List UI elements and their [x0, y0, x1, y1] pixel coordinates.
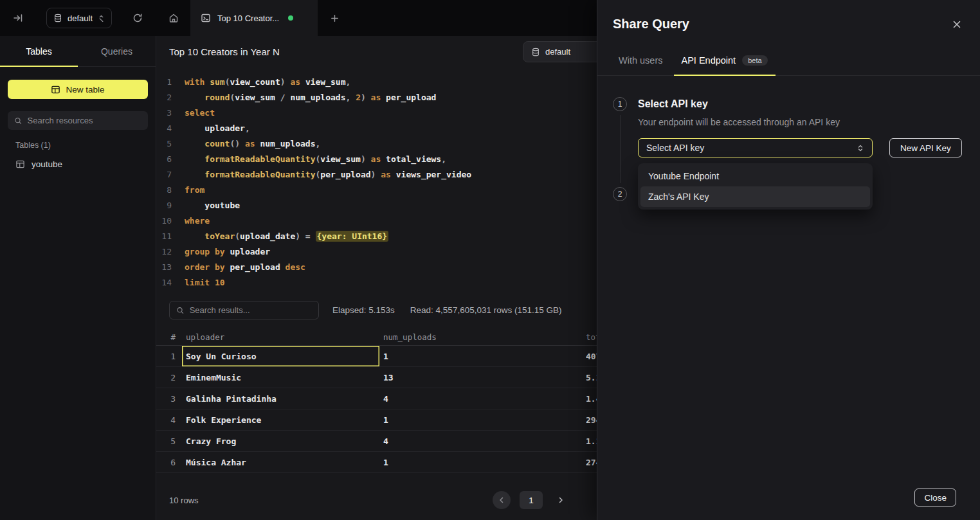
code-text: formatReadableQuantity(per_upload) as vi… — [185, 167, 471, 183]
tab-tables[interactable]: Tables — [0, 36, 78, 66]
table-cell[interactable]: 4 — [379, 431, 582, 451]
table-cell[interactable]: Soy Un Curioso — [182, 346, 379, 366]
home-tab[interactable] — [157, 0, 190, 36]
line-number: 13 — [156, 260, 172, 275]
tab-api-endpoint[interactable]: API Endpoint beta — [674, 55, 776, 75]
page-number[interactable]: 1 — [520, 491, 543, 509]
table-cell[interactable]: 6 — [156, 452, 182, 472]
line-number: 14 — [156, 275, 172, 291]
table-icon — [51, 85, 60, 94]
results-footer: 10 rows 1 — [156, 480, 595, 520]
row-count-label: 10 rows — [169, 496, 199, 505]
line-number: 6 — [156, 152, 172, 167]
search-icon — [176, 306, 185, 315]
column-header[interactable]: uploader — [182, 329, 379, 345]
chevron-left-icon — [498, 496, 505, 504]
refresh-icon — [132, 13, 143, 23]
code-text: count() as num_uploads, — [185, 136, 320, 152]
table-cell[interactable]: 1 — [379, 409, 582, 430]
database-selector-label: default — [68, 13, 93, 23]
close-panel-button[interactable] — [952, 19, 962, 30]
menu-item-youtube-endpoint[interactable]: Youtube Endpoint — [640, 166, 870, 186]
table-cell[interactable]: EminemMusic — [182, 367, 379, 388]
tab-queries[interactable]: Queries — [78, 36, 156, 66]
database-icon — [531, 48, 540, 57]
search-icon — [14, 116, 23, 125]
table-cell[interactable]: 4 — [156, 409, 182, 430]
code-text: from — [185, 183, 204, 198]
step-1-description: Your endpoint will be accessed through a… — [638, 117, 965, 127]
database-icon — [53, 13, 62, 22]
results-search[interactable] — [169, 301, 319, 319]
code-text: round(view_sum / num_uploads, 2) as per_… — [185, 90, 436, 105]
api-key-controls: Select API key New API Key Youtube Endpo… — [638, 138, 965, 157]
home-icon — [168, 13, 179, 23]
pagination: 1 — [493, 491, 570, 509]
database-selector[interactable]: default — [46, 8, 112, 28]
code-text: uploader, — [185, 121, 250, 136]
table-cell[interactable]: Crazy Frog — [182, 431, 379, 451]
step-1-title: Select API key — [638, 97, 965, 111]
api-key-select[interactable]: Select API key — [638, 138, 873, 157]
tab-queries-label: Queries — [101, 46, 132, 57]
tab-tables-label: Tables — [26, 46, 51, 57]
elapsed-stat: Elapsed: 5.153s — [332, 305, 395, 315]
sidebar-item-youtube[interactable]: youtube — [0, 155, 156, 174]
next-page-button[interactable] — [552, 491, 570, 509]
line-number: 7 — [156, 167, 172, 183]
share-query-panel: Share Query With users API Endpoint beta… — [597, 0, 980, 520]
table-cell[interactable]: Galinha Pintadinha — [182, 388, 379, 409]
table-cell[interactable]: 13 — [379, 367, 582, 388]
close-icon — [952, 19, 962, 30]
line-number: 3 — [156, 105, 172, 121]
code-text: select — [185, 105, 215, 121]
results-search-input[interactable] — [190, 305, 312, 315]
collapse-sidebar-button[interactable] — [8, 8, 28, 28]
table-cell[interactable]: Música Azhar — [182, 452, 379, 472]
tab-bar: Top 10 Creator... — [157, 0, 347, 36]
resource-search[interactable] — [8, 111, 148, 130]
table-cell[interactable]: Folk Experience — [182, 409, 379, 430]
step-1-circle: 1 — [613, 97, 627, 111]
table-cell[interactable]: 4 — [379, 388, 582, 409]
panel-close-button[interactable]: Close — [914, 489, 956, 507]
table-cell[interactable]: 1 — [379, 346, 582, 366]
line-number: 9 — [156, 198, 172, 213]
tab-with-users[interactable]: With users — [619, 55, 663, 75]
steps: 1 Select API key Your endpoint will be a… — [597, 76, 980, 201]
refresh-button[interactable] — [127, 8, 148, 28]
menu-item-zachs-api-key[interactable]: Zach's API Key — [640, 186, 870, 207]
new-table-button[interactable]: New table — [8, 80, 148, 99]
line-number: 4 — [156, 121, 172, 136]
resource-search-input[interactable] — [28, 116, 141, 125]
table-cell[interactable]: 1 — [156, 346, 182, 366]
query-tab-active[interactable]: Top 10 Creator... — [190, 0, 318, 36]
column-header[interactable]: # — [156, 329, 182, 345]
step-1-content: Select API key Your endpoint will be acc… — [638, 97, 965, 187]
table-cell[interactable]: 1 — [379, 452, 582, 472]
new-api-key-label: New API Key — [900, 143, 951, 153]
table-cell[interactable]: 2 — [156, 367, 182, 388]
collapse-right-icon — [13, 13, 23, 23]
line-number: 1 — [156, 75, 172, 90]
new-api-key-button[interactable]: New API Key — [889, 138, 962, 157]
panel-header: Share Query — [597, 0, 980, 31]
code-text: order by per_upload desc — [185, 260, 305, 275]
code-text: group by uploader — [185, 244, 270, 260]
table-cell[interactable]: 5 — [156, 431, 182, 451]
table-cell[interactable]: 3 — [156, 388, 182, 409]
chevron-right-icon — [557, 496, 565, 504]
table-name: youtube — [32, 159, 62, 169]
line-number: 10 — [156, 213, 172, 229]
new-tab-button[interactable] — [322, 0, 347, 36]
chevron-updown-icon — [857, 144, 864, 152]
prev-page-button[interactable] — [493, 491, 511, 509]
line-number: 5 — [156, 136, 172, 152]
code-text: youtube — [185, 198, 240, 213]
code-text: with sum(view_count) as view_sum, — [185, 75, 350, 90]
column-header[interactable]: num_uploads — [379, 329, 582, 345]
line-number: 2 — [156, 90, 172, 105]
code-text: limit 10 — [185, 275, 225, 291]
console-icon — [201, 13, 211, 23]
panel-tabs: With users API Endpoint beta — [597, 55, 980, 76]
